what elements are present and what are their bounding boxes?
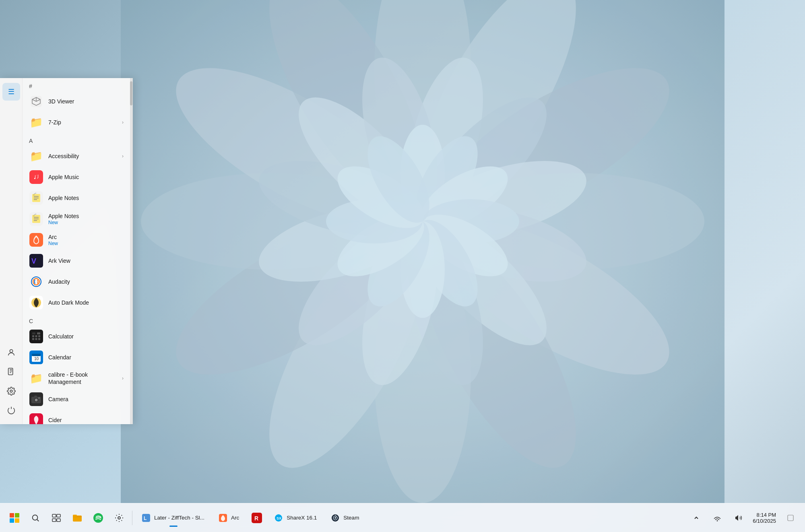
- taskbar-app-sharex[interactable]: SX ShareX 16.1: [268, 508, 323, 528]
- app-info-apple-notes-new: Apple Notes New: [48, 212, 124, 226]
- later-app-label: Later - ZiffTech - Sl...: [154, 515, 204, 521]
- steam-app-label: Steam: [343, 515, 359, 521]
- svg-rect-62: [38, 338, 40, 340]
- sidebar-btn-documents[interactable]: [2, 363, 20, 381]
- app-info-7zip: 7-Zip: [48, 119, 122, 126]
- svg-text:10: 10: [34, 357, 39, 361]
- svg-point-93: [717, 520, 718, 521]
- app-info-calculator: Calculator: [48, 333, 124, 340]
- app-info-audacity: Audacity: [48, 278, 124, 285]
- clock[interactable]: 8:14 PM 6/10/2025: [749, 510, 779, 526]
- app-item-calibre[interactable]: 📁 calibre - E-book Management ›: [23, 368, 130, 389]
- expand-arrow-accessibility: ›: [122, 153, 124, 159]
- sidebar-strip: ☰: [0, 78, 23, 424]
- section-header-hash: #: [23, 78, 130, 91]
- app-icon-apple-music: [29, 170, 43, 184]
- app-item-apple-notes-new[interactable]: Apple Notes New: [23, 208, 130, 229]
- win-logo-green: [15, 513, 19, 518]
- start-menu: ☰: [0, 78, 133, 424]
- notifications-button[interactable]: [781, 508, 800, 528]
- taskbar-app-later[interactable]: L Later - ZiffTech - Sl...: [136, 508, 211, 528]
- app-info-arc: Arc New: [48, 233, 124, 247]
- app-item-calendar[interactable]: 10 Calendar: [23, 347, 130, 368]
- task-view-button[interactable]: [47, 508, 66, 528]
- settings-taskbar-button[interactable]: [109, 508, 129, 528]
- svg-rect-59: [38, 335, 40, 337]
- svg-rect-57: [32, 335, 34, 337]
- svg-rect-56: [37, 332, 40, 334]
- tray-chevron[interactable]: [687, 508, 706, 528]
- svg-rect-80: [73, 515, 77, 517]
- settings-taskbar-icon: [114, 513, 124, 523]
- app-icon-7zip: 📁: [29, 115, 43, 130]
- section-header-a: A: [23, 133, 130, 146]
- app-item-audacity[interactable]: Audacity: [23, 271, 130, 292]
- app-name-cider: Cider: [48, 417, 124, 424]
- app-name-auto-dark-mode: Auto Dark Mode: [48, 299, 124, 306]
- app-icon-3dviewer: [29, 94, 43, 109]
- app-item-accessibility[interactable]: 📁 Accessibility ›: [23, 146, 130, 167]
- sidebar-btn-user[interactable]: [2, 344, 20, 361]
- app-name-camera: Camera: [48, 396, 124, 403]
- svg-point-70: [35, 399, 38, 402]
- app-icon-calibre: 📁: [29, 371, 43, 386]
- scroll-indicator[interactable]: [130, 78, 132, 424]
- svg-point-37: [10, 350, 12, 353]
- svg-rect-76: [57, 514, 60, 517]
- app-info-ark-view: Ark View: [48, 257, 124, 264]
- app-info-apple-music: Apple Music: [48, 173, 124, 181]
- app-item-auto-dark-mode[interactable]: Auto Dark Mode: [23, 292, 130, 313]
- app-info-cider: Cider: [48, 417, 124, 424]
- app-item-arc[interactable]: Arc New: [23, 229, 130, 250]
- svg-text:SX: SX: [277, 516, 281, 520]
- app-icon-ark-view: V: [29, 254, 43, 268]
- app-item-3dviewer[interactable]: 3D Viewer: [23, 91, 130, 112]
- app-item-apple-notes[interactable]: Apple Notes: [23, 188, 130, 208]
- later-app-icon: L: [142, 514, 150, 522]
- spotify-button[interactable]: [89, 508, 108, 528]
- red-app-icon: R: [252, 513, 262, 523]
- app-name-apple-notes: Apple Notes: [48, 194, 124, 202]
- settings-icon: [7, 387, 16, 396]
- search-button[interactable]: [26, 508, 45, 528]
- tray-volume[interactable]: [729, 508, 748, 528]
- app-name-calendar: Calendar: [48, 354, 124, 361]
- volume-icon: [734, 514, 742, 522]
- app-icon-apple-notes: [29, 191, 43, 205]
- sidebar-btn-settings[interactable]: [2, 382, 20, 400]
- system-tray: 8:14 PM 6/10/2025: [687, 508, 800, 528]
- start-button[interactable]: [5, 508, 24, 528]
- notifications-icon: [787, 515, 794, 521]
- tray-network[interactable]: [708, 508, 727, 528]
- sidebar-btn-power[interactable]: [2, 402, 20, 419]
- svg-rect-41: [29, 170, 43, 184]
- app-info-camera: Camera: [48, 396, 124, 403]
- app-name-accessibility: Accessibility: [48, 153, 122, 160]
- chevron-up-icon: [694, 515, 699, 521]
- svg-rect-71: [34, 396, 37, 397]
- app-name-3dviewer: 3D Viewer: [48, 98, 124, 105]
- desktop: ☰: [0, 0, 805, 532]
- app-item-cider[interactable]: Cider: [23, 410, 130, 424]
- app-item-calculator[interactable]: Calculator: [23, 326, 130, 347]
- app-info-apple-notes: Apple Notes: [48, 194, 124, 202]
- clock-date: 6/10/2025: [753, 518, 776, 524]
- svg-rect-60: [32, 338, 34, 340]
- app-item-7zip[interactable]: 📁 7-Zip ›: [23, 112, 130, 133]
- sidebar-btn-hamburger[interactable]: ☰: [2, 83, 20, 101]
- svg-point-74: [33, 515, 38, 520]
- taskbar-app-arc[interactable]: Arc: [213, 508, 246, 528]
- app-list[interactable]: # 3D Viewer 📁 7-Zip: [23, 78, 130, 424]
- svg-point-81: [93, 513, 103, 523]
- win-logo-yellow: [15, 518, 19, 523]
- app-icon-calculator: [29, 329, 43, 344]
- scroll-thumb: [130, 81, 132, 105]
- task-view-icon: [52, 513, 61, 523]
- app-item-apple-music[interactable]: Apple Music: [23, 167, 130, 188]
- taskbar-app-red[interactable]: R: [247, 508, 266, 528]
- taskbar-app-steam[interactable]: Steam: [325, 508, 365, 528]
- app-item-camera[interactable]: Camera: [23, 389, 130, 410]
- file-explorer-button[interactable]: [68, 508, 87, 528]
- svg-rect-65: [32, 354, 41, 356]
- app-item-ark-view[interactable]: V Ark View: [23, 250, 130, 271]
